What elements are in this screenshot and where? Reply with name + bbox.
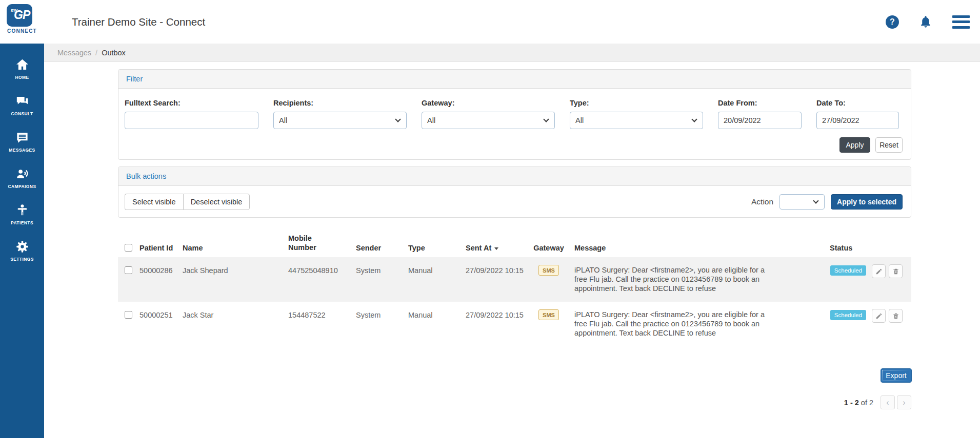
select-all-checkbox[interactable] xyxy=(125,244,132,252)
sidebar-item-messages[interactable]: MESSAGES xyxy=(0,123,44,160)
status-badge: Scheduled xyxy=(830,310,866,320)
app-logo[interactable]: my GP CONNECT xyxy=(0,0,44,44)
fulltext-search-input[interactable] xyxy=(125,112,258,129)
table-header-row: Patient Id Name Mobile Number Sender Typ… xyxy=(118,232,911,257)
next-page-button[interactable]: › xyxy=(897,395,911,409)
date-to-input[interactable] xyxy=(816,112,899,129)
cell-patient-id: 50000251 xyxy=(138,302,182,346)
filter-panel: Filter Fulltext Search: Recipients: All … xyxy=(118,69,911,160)
sort-desc-icon xyxy=(494,247,498,250)
topbar-actions: ? xyxy=(886,0,970,44)
cell-sent-at: 27/09/2022 10:15 xyxy=(461,302,527,346)
edit-button[interactable] xyxy=(872,309,886,323)
apply-button[interactable]: Apply xyxy=(839,137,870,153)
table-row: 50000286 Jack Shepard 447525048910 Syste… xyxy=(118,257,911,302)
logo-caption: CONNECT xyxy=(0,28,44,34)
select-visible-button[interactable]: Select visible xyxy=(125,194,183,210)
menu-icon[interactable] xyxy=(952,15,970,29)
col-header-gateway: Gateway xyxy=(527,244,570,257)
pagination: 1 - 2 of 2 ‹ › xyxy=(844,395,911,409)
sidebar-item-consult[interactable]: CONSULT xyxy=(0,87,44,123)
cell-name: Jack Shepard xyxy=(182,257,284,302)
prev-page-button[interactable]: ‹ xyxy=(881,395,895,409)
delete-button[interactable] xyxy=(889,309,903,323)
bulk-action-select[interactable] xyxy=(779,194,825,210)
notifications-bell-icon[interactable] xyxy=(918,15,933,29)
sidebar-item-campaigns[interactable]: CAMPAIGNS xyxy=(0,160,44,196)
campaigns-icon xyxy=(15,167,29,181)
sidebar-item-patients[interactable]: PATIENTS xyxy=(0,196,44,233)
col-header-sent-at[interactable]: Sent At xyxy=(461,244,527,257)
type-select[interactable]: All xyxy=(570,112,703,129)
consult-icon xyxy=(15,94,29,108)
messages-icon xyxy=(15,131,29,144)
date-from-input[interactable] xyxy=(718,112,802,129)
page-title: Trainer Demo Site - Connect xyxy=(72,0,205,44)
action-label: Action xyxy=(751,197,773,206)
cell-mobile: 447525048910 xyxy=(284,257,351,302)
patients-icon xyxy=(15,203,29,217)
export-button[interactable]: Export xyxy=(881,368,912,383)
cell-patient-id: 50000286 xyxy=(138,257,182,302)
page-range: 1 - 2 xyxy=(844,399,859,407)
cell-sender: System xyxy=(351,302,403,346)
cell-mobile: 154487522 xyxy=(284,302,351,346)
deselect-visible-button[interactable]: Deselect visible xyxy=(183,194,250,210)
gateway-badge: SMS xyxy=(538,309,559,320)
sidebar-item-home[interactable]: HOME xyxy=(0,51,44,87)
cell-name: Jack Star xyxy=(182,302,284,346)
filter-panel-title: Filter xyxy=(118,70,911,89)
sidebar-item-label: HOME xyxy=(15,75,29,80)
col-header-mobile: Mobile Number xyxy=(284,234,351,257)
sidebar-item-settings[interactable]: SETTINGS xyxy=(0,233,44,269)
breadcrumb: Messages / Outbox xyxy=(44,44,980,62)
cell-message: iPLATO Surgery: Dear <firstname2>, you a… xyxy=(570,302,773,346)
col-header-status: Status xyxy=(825,244,872,257)
edit-button[interactable] xyxy=(872,264,886,278)
breadcrumb-outbox: Outbox xyxy=(102,49,126,57)
apply-to-selected-button[interactable]: Apply to selected xyxy=(831,194,903,210)
cell-sent-at: 27/09/2022 10:15 xyxy=(461,257,527,302)
gateway-select[interactable]: All xyxy=(422,112,555,129)
sidebar-item-label: PATIENTS xyxy=(11,220,33,225)
pencil-icon xyxy=(875,268,883,275)
row-checkbox[interactable] xyxy=(125,266,132,274)
sidebar-item-label: CONSULT xyxy=(11,111,33,116)
trash-icon xyxy=(892,268,899,275)
gateway-badge: SMS xyxy=(538,265,559,276)
help-glyph: ? xyxy=(890,17,895,27)
sidebar: HOME CONSULT MESSAGES CAMPAIGNS PATIENTS xyxy=(0,44,44,438)
selection-button-group: Select visible Deselect visible xyxy=(125,194,250,210)
cell-message: iPLATO Surgery: Dear <firstname2>, you a… xyxy=(570,257,773,302)
chevron-left-icon: ‹ xyxy=(886,399,889,407)
col-header-message: Message xyxy=(570,244,825,257)
page-total: of 2 xyxy=(861,399,873,407)
fulltext-search-label: Fulltext Search: xyxy=(125,99,258,107)
row-checkbox[interactable] xyxy=(125,311,132,319)
reset-button[interactable]: Reset xyxy=(875,137,903,153)
bulk-actions-panel: Bulk actions Select visible Deselect vis… xyxy=(118,166,911,218)
type-label: Type: xyxy=(570,99,703,107)
col-header-name: Name xyxy=(182,244,284,257)
chevron-right-icon: › xyxy=(903,399,905,407)
breadcrumb-separator: / xyxy=(95,49,97,57)
col-header-sender: Sender xyxy=(351,244,403,257)
breadcrumb-messages[interactable]: Messages xyxy=(57,49,91,57)
messages-table: Patient Id Name Mobile Number Sender Typ… xyxy=(118,232,911,346)
table-row: 50000251 Jack Star 154487522 System Manu… xyxy=(118,302,911,346)
pencil-icon xyxy=(875,312,883,320)
status-badge: Scheduled xyxy=(830,265,866,276)
mygp-logo-icon: my GP xyxy=(7,4,32,27)
date-from-label: Date From: xyxy=(718,99,802,107)
top-header: my GP CONNECT Trainer Demo Site - Connec… xyxy=(0,0,980,44)
trash-icon xyxy=(892,312,899,320)
cell-type: Manual xyxy=(403,302,461,346)
delete-button[interactable] xyxy=(889,264,903,278)
gateway-label: Gateway: xyxy=(422,99,555,107)
recipients-select[interactable]: All xyxy=(273,112,407,129)
bulk-actions-title: Bulk actions xyxy=(118,167,911,186)
settings-gear-icon xyxy=(15,240,29,254)
home-icon xyxy=(15,58,29,72)
help-icon[interactable]: ? xyxy=(886,15,899,29)
logo-gp-text: GP xyxy=(14,8,30,22)
